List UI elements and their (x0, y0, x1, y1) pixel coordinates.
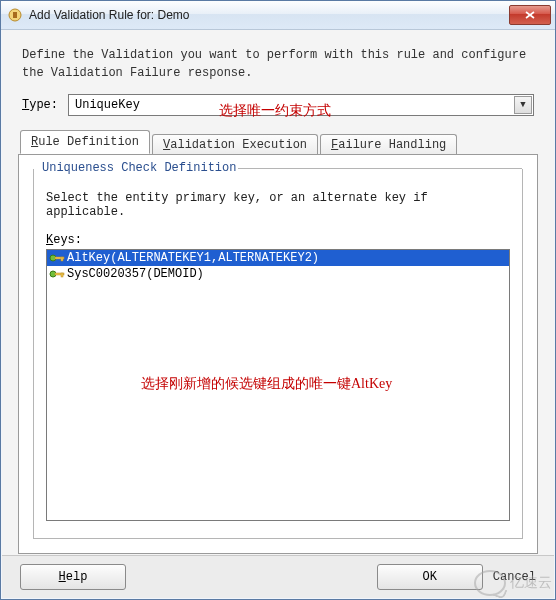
type-combobox[interactable]: UniqueKey ▼ (68, 94, 534, 116)
tab-rule-definition[interactable]: Rule Definition (20, 130, 150, 154)
list-item[interactable]: AltKey(ALTERNATEKEY1,ALTERNATEKEY2) (47, 250, 509, 266)
help-button[interactable]: Help (20, 564, 126, 590)
list-item[interactable]: SysC0020357(DEMOID) (47, 266, 509, 282)
key-icon (49, 251, 65, 265)
ok-button[interactable]: OK (377, 564, 483, 590)
list-item-label: SysC0020357(DEMOID) (67, 267, 204, 281)
cancel-button-partial[interactable]: Cancel (493, 570, 536, 584)
keys-label: Keys: (46, 233, 510, 247)
tabs-container: Rule Definition Validation Execution Fai… (18, 130, 538, 554)
key-icon (49, 267, 65, 281)
svg-rect-6 (61, 257, 63, 261)
app-icon (7, 7, 23, 23)
list-item-label: AltKey(ALTERNATEKEY1,ALTERNATEKEY2) (67, 251, 319, 265)
dialog-window: Add Validation Rule for: Demo Define the… (0, 0, 556, 600)
type-label: Type: (22, 98, 58, 112)
tab-validation-execution[interactable]: Validation Execution (152, 134, 318, 155)
chevron-down-icon: ▼ (514, 96, 532, 114)
tab-panel: Uniqueness Check Definition Select the e… (18, 154, 538, 554)
type-value: UniqueKey (75, 98, 514, 112)
dialog-description: Define the Validation you want to perfor… (2, 30, 554, 90)
tabstrip: Rule Definition Validation Execution Fai… (20, 130, 538, 154)
group-title: Uniqueness Check Definition (42, 161, 238, 175)
group-description: Select the entity primary key, or an alt… (46, 191, 510, 219)
window-title: Add Validation Rule for: Demo (29, 8, 509, 22)
client-area: Define the Validation you want to perfor… (2, 30, 554, 598)
close-icon (525, 11, 535, 19)
button-bar: Help OK Cancel (2, 555, 554, 598)
titlebar[interactable]: Add Validation Rule for: Demo (1, 1, 555, 30)
close-button[interactable] (509, 5, 551, 25)
keys-listbox[interactable]: AltKey(ALTERNATEKEY1,ALTERNATEKEY2) Sys (46, 249, 510, 521)
tab-failure-handling[interactable]: Failure Handling (320, 134, 457, 155)
group-title-row: Uniqueness Check Definition (34, 161, 522, 175)
type-row: Type: UniqueKey ▼ (2, 90, 554, 130)
uniqueness-groupbox: Uniqueness Check Definition Select the e… (33, 169, 523, 539)
svg-rect-9 (61, 273, 63, 277)
svg-rect-1 (13, 12, 17, 18)
